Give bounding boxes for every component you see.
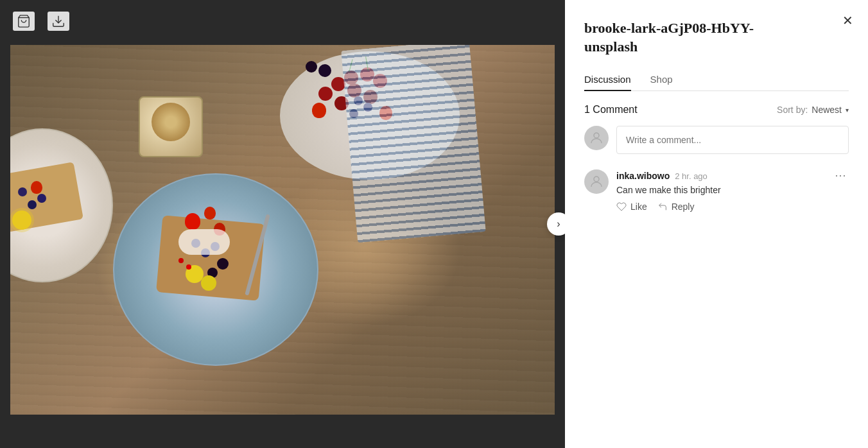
tab-discussion[interactable]: Discussion [584, 69, 631, 91]
close-button[interactable]: ✕ [840, 13, 855, 28]
next-image-button[interactable]: › [547, 212, 565, 236]
comment-input[interactable] [616, 126, 849, 154]
sort-control[interactable]: Sort by: Newest ▾ [777, 105, 849, 115]
download-button[interactable] [48, 12, 69, 31]
current-user-avatar [584, 126, 609, 150]
image-title: brooke-lark-aGjP08-HbYY-unsplash [584, 19, 777, 56]
comment-more-button[interactable]: ⋯ [832, 169, 849, 181]
reply-label: Reply [672, 202, 695, 212]
main-plate [113, 173, 318, 366]
image-panel: › [0, 0, 565, 448]
comment-actions: Like Reply [616, 202, 849, 212]
comment-item: inka.wibowo 2 hr. ago ⋯ Can we make this… [584, 169, 849, 212]
right-panel: ✕ brooke-lark-aGjP08-HbYY-unsplash Discu… [565, 0, 868, 448]
reply-button[interactable]: Reply [657, 202, 695, 212]
sort-label: Sort by: [777, 105, 808, 115]
top-toolbar [0, 0, 565, 42]
like-button[interactable]: Like [616, 202, 647, 212]
svg-point-2 [594, 133, 599, 138]
comments-count: 1 Comment [584, 104, 638, 116]
tab-shop[interactable]: Shop [650, 69, 673, 91]
comments-header: 1 Comment Sort by: Newest ▾ [584, 104, 849, 116]
heart-icon [616, 202, 627, 212]
mug-element [139, 96, 203, 157]
comment-time: 2 hr. ago [675, 171, 707, 181]
comment-input-row [584, 126, 849, 154]
commenter-name: inka.wibowo [616, 171, 670, 181]
tabs-container: Discussion Shop [584, 69, 849, 91]
comment-meta: inka.wibowo 2 hr. ago ⋯ [616, 169, 849, 181]
svg-point-3 [594, 177, 599, 182]
bag-button[interactable] [13, 12, 35, 31]
chevron-down-icon: ▾ [846, 107, 849, 114]
sort-value: Newest [812, 105, 842, 115]
comment-text: Can we make this brighter [616, 185, 849, 195]
reply-icon [657, 202, 668, 212]
like-label: Like [630, 202, 647, 212]
comment-body: inka.wibowo 2 hr. ago ⋯ Can we make this… [616, 169, 849, 212]
commenter-avatar [584, 169, 609, 194]
food-image [10, 45, 555, 415]
